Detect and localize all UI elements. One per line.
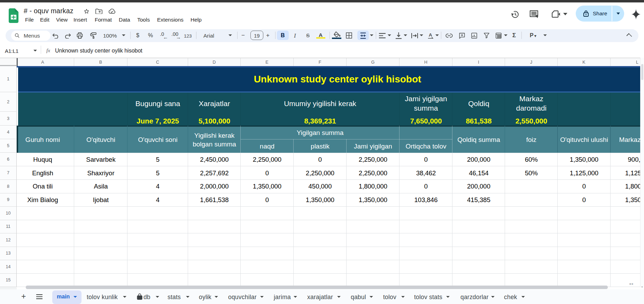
svg-text:A: A	[429, 33, 432, 38]
